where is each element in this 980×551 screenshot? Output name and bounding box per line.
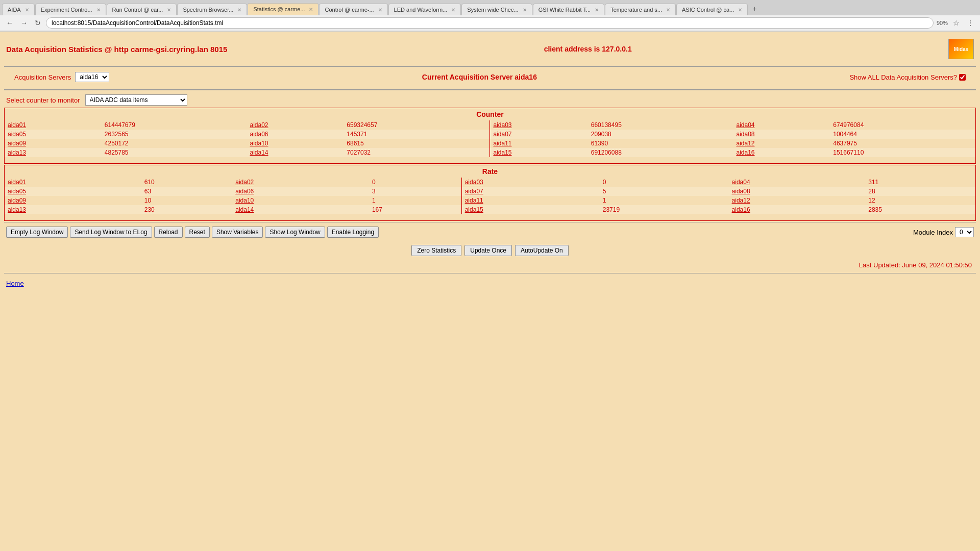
counter-section-header: Counter — [5, 108, 975, 120]
buttons-row: Empty Log Window Send Log Window to ELog… — [4, 222, 976, 242]
empty-log-button[interactable]: Empty Log Window — [6, 227, 68, 238]
module-index-select[interactable]: 0 — [955, 227, 974, 237]
rate-value: 1 — [369, 196, 461, 205]
enable-logging-button[interactable]: Enable Logging — [327, 227, 379, 238]
rate-name[interactable]: aida03 — [461, 178, 600, 187]
zero-statistics-button[interactable]: Zero Statistics — [411, 245, 461, 256]
close-icon[interactable]: ✕ — [666, 7, 670, 13]
counter-name[interactable]: aida08 — [733, 130, 830, 139]
counter-name[interactable]: aida03 — [490, 120, 588, 130]
rate-name[interactable]: aida14 — [232, 205, 369, 214]
tab-asic-control[interactable]: ASIC Control @ ca... ✕ — [676, 4, 748, 15]
rate-name[interactable]: aida12 — [729, 196, 866, 205]
counter-name[interactable]: aida11 — [490, 139, 588, 148]
tab-system-wide[interactable]: System wide Chec... ✕ — [461, 4, 532, 15]
rate-name[interactable]: aida09 — [5, 196, 141, 205]
tab-aida[interactable]: AIDA ✕ — [2, 4, 35, 15]
autoupdate-on-button[interactable]: AutoUpdate On — [515, 245, 569, 256]
counter-name[interactable]: aida12 — [733, 139, 830, 148]
counter-name[interactable]: aida02 — [247, 120, 344, 130]
close-icon[interactable]: ✕ — [309, 7, 313, 12]
counter-name[interactable]: aida01 — [5, 120, 102, 130]
rate-name[interactable]: aida06 — [232, 187, 369, 196]
rate-name[interactable]: aida11 — [461, 196, 600, 205]
menu-button[interactable]: ⋮ — [965, 18, 976, 28]
tab-label: Control @ carme-... — [325, 7, 374, 13]
url-bar[interactable] — [46, 17, 934, 29]
new-tab-button[interactable]: + — [748, 2, 761, 15]
home-link[interactable]: Home — [4, 276, 976, 291]
tab-control[interactable]: Control @ carme-... ✕ — [319, 4, 387, 15]
close-icon[interactable]: ✕ — [25, 7, 29, 13]
tab-label: AIDA — [8, 7, 21, 13]
close-icon[interactable]: ✕ — [451, 7, 455, 13]
rate-name[interactable]: aida07 — [461, 187, 600, 196]
forward-button[interactable]: → — [18, 18, 30, 28]
reset-button[interactable]: Reset — [185, 227, 210, 238]
close-icon[interactable]: ✕ — [595, 7, 599, 13]
counter-name[interactable]: aida04 — [733, 120, 830, 130]
show-log-window-button[interactable]: Show Log Window — [265, 227, 325, 238]
show-variables-button[interactable]: Show Variables — [212, 227, 263, 238]
tab-spectrum-browser[interactable]: Spectrum Browser... ✕ — [177, 4, 247, 15]
bookmark-button[interactable]: ☆ — [951, 18, 962, 28]
rate-value: 10 — [141, 196, 232, 205]
close-icon[interactable]: ✕ — [96, 7, 101, 13]
rate-name[interactable]: aida08 — [729, 187, 866, 196]
counter-value: 4250172 — [102, 139, 247, 148]
send-log-button[interactable]: Send Log Window to ELog — [70, 227, 152, 238]
show-all-checkbox[interactable] — [959, 74, 966, 81]
navigation-bar: ← → ↻ 90% ☆ ⋮ — [0, 15, 980, 31]
show-all-label: Show ALL Data Acquisition Servers? — [849, 73, 957, 81]
counter-name[interactable]: aida09 — [5, 139, 102, 148]
update-once-button[interactable]: Update Once — [464, 245, 512, 256]
rate-name[interactable]: aida13 — [5, 205, 141, 214]
rate-name[interactable]: aida16 — [729, 205, 866, 214]
counter-name[interactable]: aida06 — [247, 130, 344, 139]
counter-name[interactable]: aida16 — [733, 148, 830, 157]
rate-name[interactable]: aida10 — [232, 196, 369, 205]
midas-logo: Midas — [948, 39, 974, 59]
counter-name[interactable]: aida07 — [490, 130, 588, 139]
counter-dropdown[interactable]: AIDA ADC data items — [85, 94, 187, 106]
rate-name[interactable]: aida02 — [232, 178, 369, 187]
reload-browser-button[interactable]: ↻ — [33, 18, 43, 28]
rate-name[interactable]: aida04 — [729, 178, 866, 187]
counter-value: 2632565 — [102, 130, 247, 139]
close-icon[interactable]: ✕ — [167, 7, 171, 13]
tab-statistics[interactable]: Statistics @ carme... ✕ — [248, 3, 318, 15]
counter-name[interactable]: aida14 — [247, 148, 344, 157]
rate-value: 5 — [600, 187, 729, 196]
tab-gsi-white[interactable]: GSI White Rabbit T... ✕ — [533, 4, 605, 15]
header-divider — [4, 66, 976, 67]
rate-value: 311 — [865, 178, 975, 187]
close-icon[interactable]: ✕ — [237, 7, 241, 13]
rate-value: 23719 — [600, 205, 729, 214]
tab-label: Temperature and s... — [610, 7, 662, 13]
close-icon[interactable]: ✕ — [738, 7, 742, 13]
acquisition-server-select[interactable]: aida16 — [75, 72, 109, 82]
tab-experiment[interactable]: Experiment Contro... ✕ — [35, 4, 106, 15]
back-button[interactable]: ← — [4, 18, 15, 28]
close-icon[interactable]: ✕ — [378, 7, 382, 13]
tab-led-waveform[interactable]: LED and Waveform... ✕ — [388, 4, 461, 15]
tab-run-control[interactable]: Run Control @ car... ✕ — [107, 4, 177, 15]
reload-button[interactable]: Reload — [154, 227, 183, 238]
tab-label: GSI White Rabbit T... — [538, 7, 591, 13]
rate-value: 63 — [141, 187, 232, 196]
rate-name[interactable]: aida15 — [461, 205, 600, 214]
counter-name[interactable]: aida05 — [5, 130, 102, 139]
tab-label: System wide Chec... — [467, 7, 518, 13]
rate-name[interactable]: aida05 — [5, 187, 141, 196]
rate-value: 3 — [369, 187, 461, 196]
counter-name[interactable]: aida10 — [247, 139, 344, 148]
close-icon[interactable]: ✕ — [523, 7, 527, 13]
counter-name[interactable]: aida13 — [5, 148, 102, 157]
rate-value: 1 — [600, 196, 729, 205]
counter-name[interactable]: aida15 — [490, 148, 588, 157]
rate-name[interactable]: aida01 — [5, 178, 141, 187]
module-index-label: Module Index — [913, 229, 953, 236]
rate-value: 0 — [369, 178, 461, 187]
tab-temperature[interactable]: Temperature and s... ✕ — [605, 4, 676, 15]
table-row: aida09 4250172 aida10 68615 aida11 61390… — [5, 139, 975, 148]
